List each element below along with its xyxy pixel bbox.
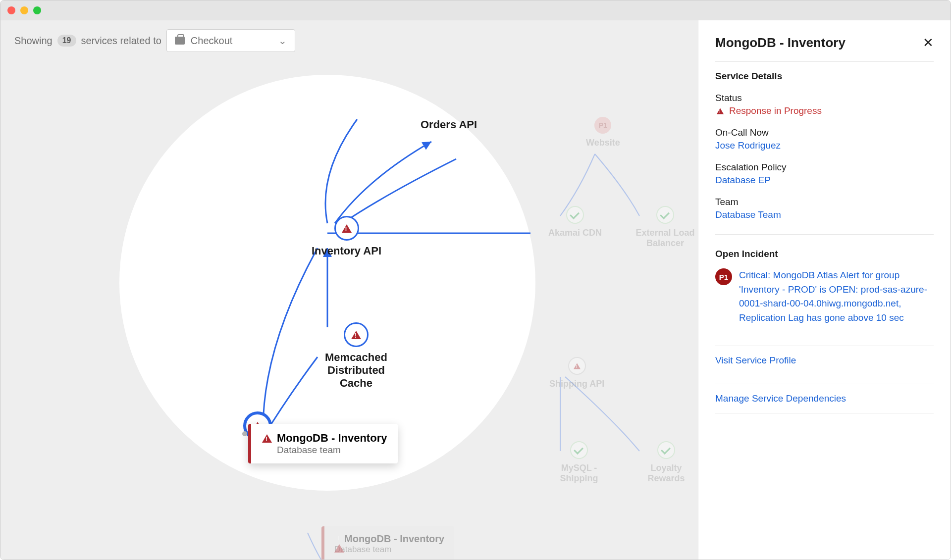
alert-triangle-icon [574, 363, 581, 369]
ghost-team: Database team [334, 545, 444, 555]
oncall-label: On-Call Now [715, 127, 934, 138]
node-memcached[interactable]: Memcached Distributed Cache [312, 322, 401, 390]
oncall-link[interactable]: Jose Rodriguez [715, 140, 934, 151]
service-details-panel: MongoDB - Inventory ✕ Service Details St… [698, 20, 951, 560]
node-shipping-label: Shipping API [549, 379, 604, 389]
node-mysql-shipping[interactable]: MySQL - Shipping [549, 441, 609, 484]
node-inventory-api-label: Inventory API [312, 245, 381, 257]
ghost-title: MongoDB - Inventory [334, 533, 444, 545]
node-mysql-circle [570, 441, 588, 459]
graph-area[interactable]: Showing 19 services related to Checkout … [0, 20, 698, 560]
node-loyalty-circle [657, 441, 675, 459]
window-minimize-icon[interactable] [20, 6, 28, 14]
content: Showing 19 services related to Checkout … [0, 20, 951, 560]
service-filter-select[interactable]: Checkout ⌄ [166, 29, 295, 52]
satellite-dot [242, 431, 247, 436]
chevron-down-icon: ⌄ [278, 35, 287, 47]
incident-section-title: Open Incident [715, 249, 934, 259]
node-shipping-circle [568, 357, 586, 375]
titlebar [0, 0, 951, 20]
node-elb-circle [656, 206, 674, 224]
node-memcached-label: Memcached Distributed Cache [312, 351, 401, 390]
filter-selected: Checkout [191, 35, 233, 47]
filter-suffix: services related to [81, 35, 161, 47]
node-website-label: Website [586, 138, 620, 148]
node-elb-label: External Load Balancer [633, 228, 698, 249]
node-akamai-label: Akamai CDN [548, 228, 602, 238]
node-inventory-api[interactable]: Inventory API [312, 216, 381, 257]
team-link[interactable]: Database Team [715, 209, 934, 220]
alert-triangle-icon [334, 533, 344, 553]
briefcase-icon [175, 37, 185, 45]
details-section-title: Service Details [715, 71, 934, 82]
p1-badge: P1 [594, 117, 611, 134]
node-inventory-api-circle [334, 216, 359, 241]
status-value: Response in Progress [715, 105, 934, 116]
team-label: Team [715, 197, 934, 207]
node-akamai[interactable]: Akamai CDN [548, 206, 602, 238]
manage-deps-link[interactable]: Manage Service Dependencies [715, 384, 934, 413]
app-window: Showing 19 services related to Checkout … [0, 0, 951, 560]
tooltip-team: Database team [277, 445, 387, 456]
node-orders-label: Orders API [421, 118, 477, 131]
node-memcached-circle [344, 322, 369, 347]
filter-bar: Showing 19 services related to Checkout … [14, 29, 295, 52]
close-icon[interactable]: ✕ [923, 35, 934, 51]
incident-link[interactable]: Critical: MongoDB Atlas Alert for group … [739, 268, 934, 325]
alert-triangle-icon [262, 434, 272, 443]
node-tooltip: MongoDB - Inventory Database team [248, 424, 398, 463]
ghost-tooltip: MongoDB - Inventory Database team [321, 526, 454, 560]
node-website[interactable]: P1 Website [586, 117, 620, 148]
panel-title: MongoDB - Inventory [715, 35, 845, 51]
tooltip-title: MongoDB - Inventory [262, 432, 387, 445]
escalation-label: Escalation Policy [715, 162, 934, 173]
service-count-badge: 19 [57, 35, 76, 47]
status-label: Status [715, 93, 934, 103]
visit-profile-link[interactable]: Visit Service Profile [715, 346, 934, 375]
alert-triangle-icon [717, 108, 724, 114]
node-akamai-circle [566, 206, 584, 224]
incident-row[interactable]: P1 Critical: MongoDB Atlas Alert for gro… [715, 268, 934, 325]
node-mysql-label: MySQL - Shipping [549, 463, 609, 484]
node-elb[interactable]: External Load Balancer [633, 206, 698, 249]
alert-triangle-icon [342, 224, 352, 233]
window-close-icon[interactable] [7, 6, 15, 14]
node-loyalty[interactable]: Loyalty Rewards [634, 441, 698, 484]
incident-priority-badge: P1 [715, 268, 732, 285]
node-loyalty-label: Loyalty Rewards [634, 463, 698, 484]
node-shipping-api[interactable]: Shipping API [549, 357, 604, 389]
alert-triangle-icon [351, 331, 361, 339]
filter-prefix: Showing [14, 35, 53, 47]
escalation-link[interactable]: Database EP [715, 175, 934, 186]
node-orders[interactable]: Orders API [421, 114, 477, 131]
window-maximize-icon[interactable] [33, 6, 41, 14]
